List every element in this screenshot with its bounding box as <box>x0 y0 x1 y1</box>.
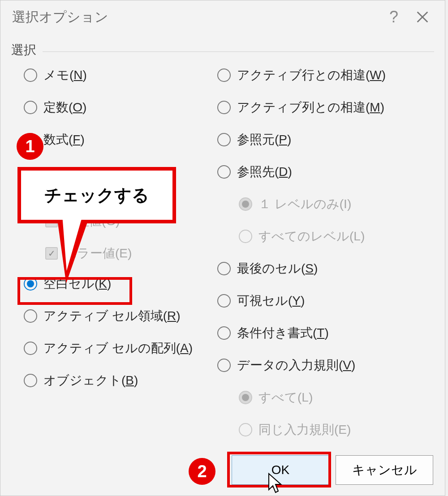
radio-label: 数式(F) <box>43 131 85 148</box>
radio-data-validation[interactable]: データの入力規則(V) <box>217 357 434 374</box>
radio-icon <box>24 101 37 114</box>
radio-icon <box>239 423 252 436</box>
radio-last-cell[interactable]: 最後のセル(S) <box>217 260 434 277</box>
options-left-column: メモ(N) 定数(O) 数式(F) 論理値(G) ✓ <box>11 67 217 438</box>
radio-label: 可視セル(Y) <box>237 292 305 309</box>
radio-dv-all: すべて(L) <box>239 389 434 406</box>
group-label: 選択 <box>11 42 40 59</box>
radio-label: 最後のセル(S) <box>237 260 318 277</box>
radio-icon <box>217 68 231 82</box>
group-divider <box>43 51 434 52</box>
go-to-special-dialog: 選択オプション ? 選択 メモ(N) 定数(O) 数式(F) <box>0 0 445 496</box>
radio-icon <box>217 326 231 340</box>
annotation-callout: チェックする <box>17 167 176 223</box>
radio-icon <box>24 309 37 323</box>
radio-label: アクティブ列との相違(M) <box>237 99 384 116</box>
radio-label: 定数(O) <box>43 99 86 116</box>
radio-label: アクティブ行との相違(W) <box>237 67 386 84</box>
radio-dv-same: 同じ入力規則(E) <box>239 421 434 438</box>
radio-icon <box>217 133 231 146</box>
dialog-button-row: OK キャンセル <box>232 455 433 485</box>
radio-label: １ レベルのみ(I) <box>258 196 351 213</box>
radio-icon <box>217 165 231 179</box>
dialog-title: 選択オプション <box>12 8 379 26</box>
radio-visible-cells[interactable]: 可視セル(Y) <box>217 292 434 309</box>
radio-icon <box>24 342 37 355</box>
close-button[interactable] <box>408 3 437 31</box>
annotation-badge-1: 1 <box>17 133 43 160</box>
radio-label: 参照元(P) <box>237 131 291 148</box>
radio-icon <box>239 391 252 404</box>
radio-row-diff[interactable]: アクティブ行との相違(W) <box>217 67 434 84</box>
radio-icon <box>217 101 231 114</box>
radio-icon <box>217 294 231 308</box>
close-icon <box>415 9 430 25</box>
radio-icon <box>217 262 231 275</box>
radio-label: すべてのレベル(L) <box>258 228 365 245</box>
radio-objects[interactable]: オブジェクト(B) <box>24 372 217 389</box>
radio-label: アクティブ セルの配列(A) <box>43 340 193 357</box>
radio-current-region[interactable]: アクティブ セル領域(R) <box>24 308 217 325</box>
annotation-callout-text: チェックする <box>44 184 149 207</box>
radio-icon <box>24 68 37 82</box>
radio-icon <box>24 374 37 387</box>
radio-constants[interactable]: 定数(O) <box>24 99 217 116</box>
radio-current-array[interactable]: アクティブ セルの配列(A) <box>24 340 217 357</box>
radio-label: すべて(L) <box>258 389 313 406</box>
radio-label: オブジェクト(B) <box>43 372 138 389</box>
annotation-badge-2: 2 <box>189 458 215 485</box>
radio-precedents[interactable]: 参照元(P) <box>217 131 434 148</box>
radio-notes[interactable]: メモ(N) <box>24 67 217 84</box>
radio-direct-only: １ レベルのみ(I) <box>239 196 434 213</box>
radio-col-diff[interactable]: アクティブ列との相違(M) <box>217 99 434 116</box>
radio-conditional-format[interactable]: 条件付き書式(T) <box>217 325 434 342</box>
radio-icon <box>217 359 231 372</box>
cursor-icon <box>267 472 284 494</box>
radio-label: メモ(N) <box>43 67 87 84</box>
radio-icon <box>239 197 252 211</box>
radio-label: 同じ入力規則(E) <box>258 421 351 438</box>
radio-label: データの入力規則(V) <box>237 357 355 374</box>
radio-label: アクティブ セル領域(R) <box>43 308 181 325</box>
radio-formulas[interactable]: 数式(F) <box>24 131 217 148</box>
radio-icon <box>239 230 252 243</box>
radio-dependents[interactable]: 参照先(D) <box>217 163 434 180</box>
radio-label: 条件付き書式(T) <box>237 325 329 342</box>
radio-icon <box>24 277 37 291</box>
help-button[interactable]: ? <box>379 3 408 31</box>
radio-label: 参照先(D) <box>237 163 292 180</box>
options-right-column: アクティブ行との相違(W) アクティブ列との相違(M) 参照元(P) 参照先(D… <box>217 67 434 438</box>
titlebar: 選択オプション ? <box>0 0 445 34</box>
radio-all-levels: すべてのレベル(L) <box>239 228 434 245</box>
cancel-button[interactable]: キャンセル <box>336 455 433 485</box>
